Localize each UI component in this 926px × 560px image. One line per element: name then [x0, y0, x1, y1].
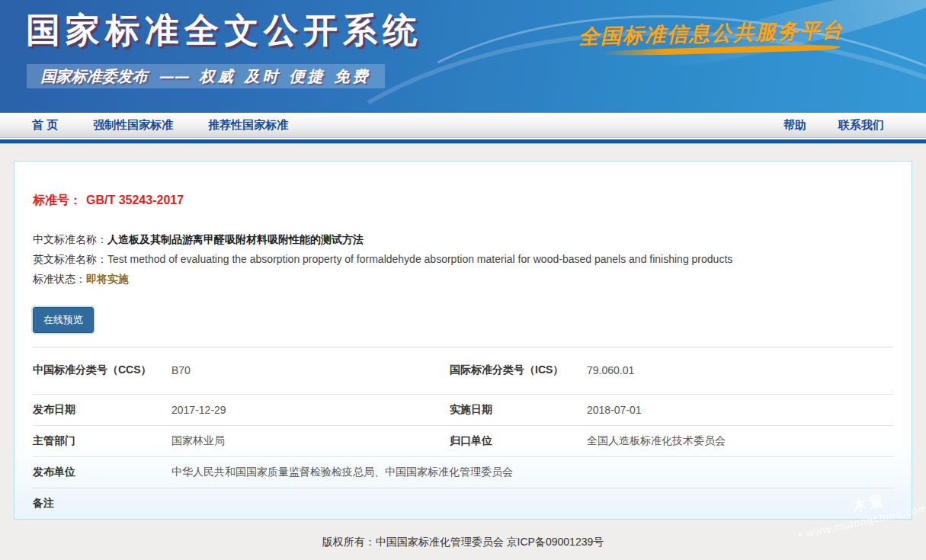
- implement-date-value: 2018-07-01: [587, 394, 893, 425]
- nav-item-recommended-standards[interactable]: 推荐性国家标准: [208, 118, 288, 133]
- publish-date-value: 2017-12-29: [171, 394, 450, 425]
- page-footer: 版权所有：中国国家标准化管理委员会 京ICP备09001239号: [0, 536, 926, 549]
- committee-label: 归口单位: [450, 425, 587, 456]
- committee-value: 全国人造板标准化技术委员会: [587, 425, 893, 456]
- cn-name-row: 中文标准名称：人造板及其制品游离甲醛吸附材料吸附性能的测试方法: [33, 229, 893, 249]
- table-row: 发布日期 2017-12-29 实施日期 2018-07-01: [33, 394, 893, 425]
- en-name-row: 英文标准名称：Test method of evaluating the abs…: [33, 249, 893, 269]
- authority-value: 国家林业局: [171, 425, 450, 456]
- standard-details-table: 中国标准分类号（CCS） B70 国际标准分类号（ICS） 79.060.01 …: [33, 347, 893, 519]
- standard-number-line: 标准号：GB/T 35243-2017: [33, 193, 893, 209]
- en-name-label: 英文标准名称：: [33, 253, 107, 265]
- header-sub-banner: 国家标准委发布 —— 权威 及时 便捷 免费: [27, 64, 385, 88]
- copyright-text: 版权所有：中国国家标准化管理委员会 京ICP备09001239号: [322, 536, 604, 548]
- publisher-label: 国家标准委发布: [41, 66, 148, 87]
- nav-left-group: 首 页 强制性国家标准 推荐性国家标准: [32, 118, 288, 133]
- en-name-value: Test method of evaluating the absorption…: [107, 253, 732, 265]
- online-preview-button[interactable]: 在线预览: [33, 307, 94, 333]
- publish-date-label: 发布日期: [33, 394, 171, 425]
- ccs-label: 中国标准分类号（CCS）: [33, 347, 171, 394]
- main-navigation: 首 页 强制性国家标准 推荐性国家标准 帮助 联系我们: [0, 113, 926, 138]
- table-row: 中国标准分类号（CCS） B70 国际标准分类号（ICS） 79.060.01: [33, 347, 893, 394]
- ics-label: 国际标准分类号（ICS）: [450, 347, 587, 394]
- authority-label: 主管部门: [33, 425, 171, 456]
- implement-date-label: 实施日期: [450, 394, 587, 425]
- table-row: 主管部门 国家林业局 归口单位 全国人造板标准化技术委员会: [33, 425, 893, 456]
- cn-name-value: 人造板及其制品游离甲醛吸附材料吸附性能的测试方法: [107, 233, 364, 245]
- nav-item-mandatory-standards[interactable]: 强制性国家标准: [93, 118, 173, 133]
- site-title: 国家标准全文公开系统: [26, 8, 422, 53]
- status-row: 标准状态：即将实施: [33, 269, 893, 289]
- issuer-value: 中华人民共和国国家质量监督检验检疫总局、中国国家标准化管理委员会: [171, 456, 893, 488]
- standard-detail-card: 标准号：GB/T 35243-2017 中文标准名称：人造板及其制品游离甲醛吸附…: [14, 161, 912, 520]
- status-value: 即将实施: [86, 273, 129, 285]
- dash-decoration: ——: [159, 67, 189, 85]
- standard-number-value: GB/T 35243-2017: [86, 194, 184, 206]
- issuer-label: 发布单位: [33, 456, 171, 488]
- cn-name-label: 中文标准名称：: [33, 233, 107, 245]
- nav-item-home[interactable]: 首 页: [32, 118, 58, 133]
- remarks-value: [171, 488, 893, 519]
- nav-separator-light: [0, 143, 926, 144]
- remarks-label: 备注: [33, 488, 171, 519]
- table-row: 发布单位 中华人民共和国国家质量监督检验检疫总局、中国国家标准化管理委员会: [33, 456, 893, 488]
- ccs-value: B70: [171, 347, 450, 394]
- status-label: 标准状态：: [33, 273, 86, 285]
- site-header: 国家标准全文公开系统 国家标准委发布 —— 权威 及时 便捷 免费 全国标准信息…: [0, 0, 926, 113]
- table-row: 备注: [33, 488, 893, 519]
- nav-item-contact-us[interactable]: 联系我们: [838, 118, 884, 133]
- nav-right-group: 帮助 联系我们: [783, 118, 884, 133]
- standard-meta: 中文标准名称：人造板及其制品游离甲醛吸附材料吸附性能的测试方法 英文标准名称：T…: [33, 229, 893, 289]
- ics-value: 79.060.01: [587, 347, 893, 394]
- standard-number-label: 标准号：: [33, 194, 82, 206]
- nav-item-help[interactable]: 帮助: [783, 118, 806, 133]
- slogan-text: 权威 及时 便捷 免费: [200, 66, 371, 87]
